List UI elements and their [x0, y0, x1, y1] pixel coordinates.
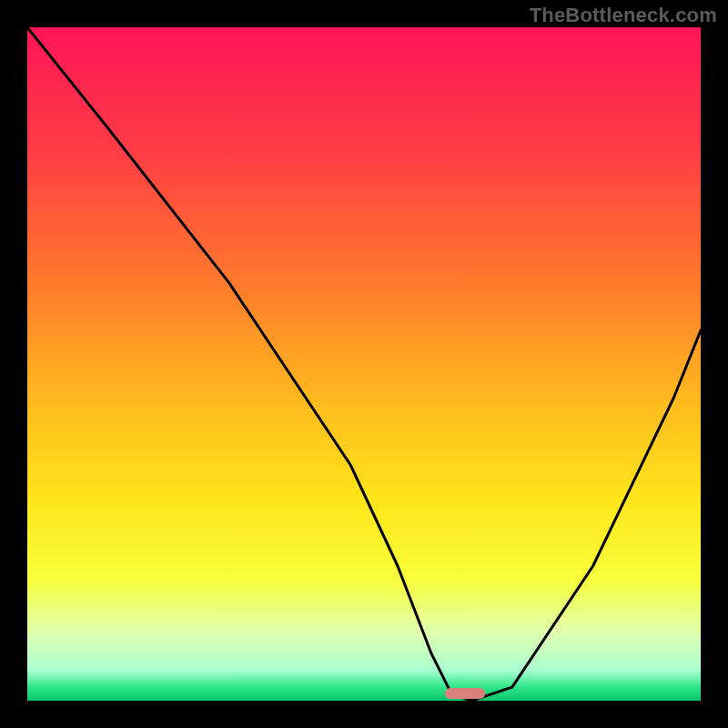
watermark-text: TheBottleneck.com: [530, 4, 717, 27]
chart-plot-area: [27, 27, 701, 701]
chart-background: [27, 27, 701, 701]
optimal-marker: [445, 688, 485, 699]
chart-svg: [27, 27, 701, 701]
